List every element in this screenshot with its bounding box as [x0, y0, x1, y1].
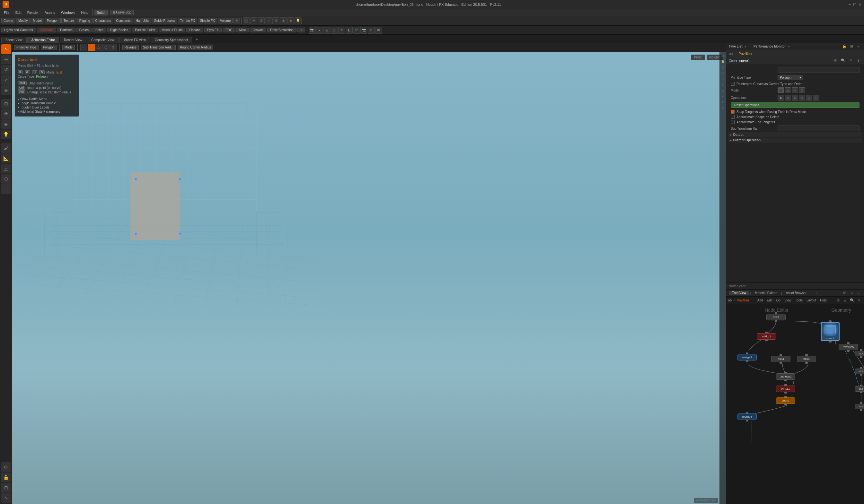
node-right-4-body[interactable]: stub — [855, 404, 864, 409]
ng-btn-layout[interactable]: Layout — [805, 298, 817, 303]
menu-edit[interactable]: Edit — [13, 10, 24, 15]
sidebar-rotate-icon[interactable]: ↺ — [1, 65, 11, 74]
maximize-button[interactable]: □ — [853, 2, 856, 7]
toolbar-hairutils[interactable]: Hair Utils — [134, 18, 151, 23]
tool-toggle-labels[interactable]: ▸ Toggle Hover Labels — [18, 105, 76, 109]
ng-bc-pavillion[interactable]: Pavillion — [737, 298, 749, 302]
toolbar-rigging[interactable]: Rigging — [77, 18, 93, 23]
tab-render-view[interactable]: Render View — [60, 37, 86, 43]
mode-btn-1[interactable]: △ — [785, 87, 791, 93]
control-point-3[interactable] — [135, 232, 137, 235]
reverse-btn[interactable]: Reverse — [122, 45, 139, 50]
minimize-button[interactable]: − — [848, 2, 851, 7]
sidebar-measure-icon[interactable]: 📐 — [1, 153, 11, 163]
node-right-3[interactable]: stub — [855, 384, 864, 393]
ops-btn-3[interactable]: ○ — [799, 95, 805, 100]
node-wall1-body[interactable]: WALL1 — [757, 333, 776, 340]
panel-close-icon[interactable]: × — [856, 44, 862, 49]
menu-windows[interactable]: Windows — [58, 10, 78, 15]
ng-list-icon[interactable]: ☰ — [842, 298, 848, 303]
toolbar-model[interactable]: Model — [31, 18, 44, 23]
ops-btn-1[interactable]: ◇ — [785, 95, 791, 100]
round-corner-btn[interactable]: Round Corner Radius — [178, 45, 213, 50]
sidebar-snap-icon[interactable]: ⊞ — [1, 99, 11, 109]
node-box4[interactable]: box4 — [771, 354, 790, 364]
node-wall2-body[interactable]: WALL2 — [776, 385, 795, 392]
approx-end-checkbox[interactable] — [731, 120, 734, 124]
ops-btn-0[interactable]: ◆ — [778, 95, 784, 100]
ng-btn-add[interactable]: Add — [756, 298, 765, 303]
rigid-bodies-btn[interactable]: Rigid Bodies — [107, 28, 131, 33]
sidebar-particles-icon[interactable]: ⁘ — [1, 184, 11, 194]
grains-btn[interactable]: Grains — [76, 28, 92, 33]
misc-btn[interactable]: Misc — [236, 28, 249, 33]
scale-icon[interactable]: ⤢ — [265, 17, 272, 24]
control-point-1[interactable] — [135, 178, 137, 181]
snap-icon[interactable]: ⊞ — [272, 17, 279, 24]
vp-mode-vert[interactable]: ⬡ — [103, 44, 109, 51]
lights-cameras-btn[interactable]: Lights and Cameras — [1, 28, 36, 33]
control-point-2[interactable] — [179, 178, 181, 181]
node-copy7-body[interactable]: copy7 — [776, 397, 795, 404]
menu-file[interactable]: File — [1, 10, 12, 15]
node-copy7[interactable]: copy7 — [776, 396, 795, 405]
sidebar-move-icon[interactable]: ✛ — [1, 54, 11, 64]
toolbar-polygon[interactable]: Polygon — [45, 18, 61, 23]
sidebar-paint-icon[interactable]: 🖌 — [1, 143, 11, 153]
node-right-1-body[interactable]: stub — [855, 351, 864, 356]
select-icon[interactable]: ⬛ — [243, 17, 250, 24]
node-right-2[interactable]: stub — [855, 367, 864, 376]
sidebar-render-icon[interactable]: ◈ — [1, 120, 11, 129]
node-wall2[interactable]: WALL2 — [776, 384, 795, 394]
toolbar-guideprocess[interactable]: Guide Process — [152, 18, 177, 23]
ng-btn-tools[interactable]: Tools — [794, 298, 804, 303]
node-curve1-body[interactable]: curve1 — [821, 322, 840, 341]
sidebar-expand-icon[interactable]: ⊟ — [1, 483, 11, 492]
oceans-btn[interactable]: Oceans — [186, 28, 203, 33]
ng-bc-obj[interactable]: obj — [728, 298, 732, 302]
mode-btn-3[interactable]: ⬡ — [799, 87, 805, 93]
build-button[interactable]: Build — [94, 10, 107, 15]
tab-add[interactable]: + — [193, 36, 201, 43]
toolbar-create[interactable]: Create — [1, 18, 15, 23]
reinterp-checkbox[interactable] — [731, 82, 734, 86]
intensity-light-icon[interactable]: ◐ — [346, 27, 353, 34]
vp-mode-edge[interactable]: — — [88, 44, 95, 51]
toolbar-simplefx[interactable]: Simple FX — [198, 18, 217, 23]
ng-btn-go[interactable]: Go — [775, 298, 782, 303]
menu-assets[interactable]: Assets — [42, 10, 58, 15]
toolbar-terrainfx[interactable]: Terrain FX — [178, 18, 197, 23]
vp-icon-1[interactable]: ⊞ — [720, 53, 725, 59]
ng-search-icon[interactable]: 🔍 — [849, 298, 855, 303]
perf-monitor-plus[interactable]: + — [788, 45, 790, 48]
ng-tab-material[interactable]: Material Palette — [752, 291, 780, 295]
node-boolean1-body[interactable]: boolean1 — [776, 373, 795, 380]
tab-geometry-spreadsheet[interactable]: Geometry Spreadsheet — [151, 37, 192, 43]
node-merge9[interactable]: merge9 — [737, 353, 757, 362]
node-graph-canvas[interactable]: Node Editor Geometry — [726, 304, 864, 504]
transform-icon[interactable]: ✛ — [250, 17, 257, 24]
node-box4-body[interactable]: box4 — [771, 356, 790, 362]
vp-icon-9[interactable]: 👁 — [720, 99, 725, 105]
tab-motion-fx[interactable]: Motion FX View — [119, 37, 150, 43]
vp-icon-4[interactable]: ⬡ — [720, 71, 725, 76]
ng-close-icon[interactable]: × — [856, 290, 862, 296]
approx-shape-checkbox[interactable] — [731, 115, 734, 119]
instancer-icon[interactable]: ⊞ — [375, 27, 382, 34]
node-curve1[interactable]: curve1 — [821, 320, 840, 343]
tab-animation-editor[interactable]: Animation Editor — [27, 37, 59, 43]
tool-toggle-transform[interactable]: ▸ Toggle Transform Handle — [18, 101, 76, 105]
tab-composite-view[interactable]: Composite View — [87, 37, 119, 43]
snap-tangents-checkbox[interactable] — [731, 110, 734, 114]
vp-icon-7[interactable]: ☁ — [720, 88, 725, 93]
toolbar-characters[interactable]: Characters — [93, 18, 113, 23]
vp-icon-8[interactable]: ☀ — [720, 94, 725, 99]
sidebar-zoom-fit-icon[interactable]: ⤡ — [1, 493, 11, 503]
sidebar-deform-icon[interactable]: ⬡ — [1, 174, 11, 184]
toolbar-constants[interactable]: Constants — [114, 18, 133, 23]
area-light-icon[interactable]: □ — [331, 27, 338, 34]
view-icon[interactable]: 👁 — [280, 17, 287, 24]
fetch-btn[interactable]: Fetch — [93, 28, 106, 33]
vp-icon-5[interactable]: △ — [720, 76, 725, 82]
node-right-1[interactable]: stub — [855, 349, 864, 358]
